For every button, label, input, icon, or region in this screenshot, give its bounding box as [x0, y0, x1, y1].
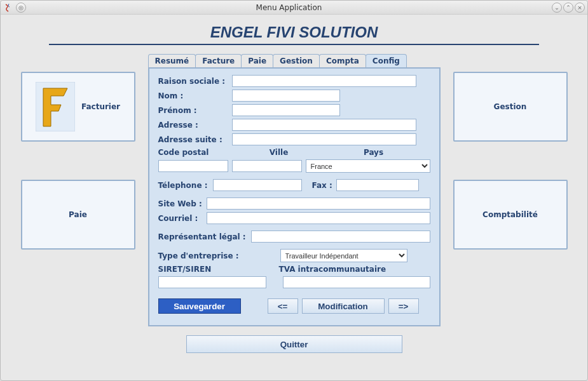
- representant-field[interactable]: [251, 231, 430, 243]
- adresse-label: Adresse :: [158, 121, 228, 130]
- quit-button[interactable]: Quitter: [186, 335, 402, 353]
- nom-field[interactable]: [232, 90, 340, 102]
- fax-label: Fax :: [312, 181, 332, 190]
- raison-sociale-field[interactable]: [232, 75, 416, 87]
- facturier-f-icon: [36, 82, 75, 131]
- adresse-field[interactable]: [232, 119, 416, 131]
- window-title: Menu Application: [26, 3, 552, 12]
- prenom-label: Prénom :: [158, 106, 228, 115]
- java-icon: [3, 3, 13, 13]
- nav-paie-label: Paie: [69, 210, 87, 219]
- adresse-suite-field[interactable]: [232, 133, 416, 145]
- nav-gestion-button[interactable]: Gestion: [453, 72, 568, 142]
- nav-comptabilite-label: Comptabilité: [482, 210, 538, 219]
- close-button[interactable]: ×: [575, 3, 585, 13]
- left-nav: Facturier Paie: [21, 72, 135, 250]
- ville-label: Ville: [241, 148, 317, 157]
- raison-sociale-label: Raison sociale :: [158, 77, 228, 86]
- content-area: ENGEL FIVI SOLUTION Facturier Paie: [1, 15, 587, 380]
- siteweb-label: Site Web :: [158, 199, 203, 208]
- footer-row: Quitter: [11, 335, 577, 353]
- maximize-button[interactable]: ⌃: [563, 3, 573, 13]
- code-postal-field[interactable]: [158, 160, 228, 172]
- next-button[interactable]: =>: [388, 298, 419, 314]
- nav-comptabilite-button[interactable]: Comptabilité: [453, 180, 568, 250]
- prenom-field[interactable]: [232, 104, 340, 116]
- prev-button[interactable]: <=: [268, 298, 298, 314]
- type-entreprise-label: Type d'entreprise :: [158, 251, 247, 260]
- tab-facture[interactable]: Facture: [195, 54, 242, 67]
- save-button[interactable]: Sauvegarder: [158, 298, 241, 314]
- config-panel: Raison sociale : Nom : Prénom : Adresse …: [148, 67, 441, 326]
- minimize-button[interactable]: ⌄: [552, 3, 562, 13]
- siret-field[interactable]: [158, 276, 266, 288]
- siret-label: SIRET/SIREN: [158, 265, 279, 274]
- courriel-field[interactable]: [207, 212, 430, 224]
- brand-title: ENGEL FIVI SOLUTION: [11, 23, 577, 41]
- tva-field[interactable]: [283, 276, 430, 288]
- titlebar: ◎ Menu Application ⌄ ⌃ ×: [1, 1, 587, 15]
- pays-label: Pays: [317, 148, 430, 157]
- code-postal-label: Code postal: [158, 148, 241, 157]
- main-row: Facturier Paie Resumé Facture Paie Gesti…: [11, 54, 577, 326]
- tab-paie[interactable]: Paie: [241, 54, 273, 67]
- nom-label: Nom :: [158, 91, 228, 100]
- tab-config[interactable]: Config: [366, 54, 407, 67]
- tab-compta[interactable]: Compta: [319, 54, 366, 67]
- app-window: ◎ Menu Application ⌄ ⌃ × ENGEL FIVI SOLU…: [0, 0, 588, 381]
- ville-field[interactable]: [232, 160, 302, 172]
- telephone-label: Télephone :: [158, 181, 209, 190]
- nav-facturier-button[interactable]: Facturier: [21, 72, 135, 142]
- tab-gestion[interactable]: Gestion: [273, 54, 320, 67]
- siteweb-field[interactable]: [207, 197, 430, 210]
- pays-select[interactable]: France: [306, 159, 430, 173]
- nav-gestion-label: Gestion: [494, 102, 527, 111]
- header-divider: [49, 44, 539, 45]
- window-menu-button[interactable]: ◎: [16, 3, 26, 13]
- tab-resume[interactable]: Resumé: [148, 54, 196, 67]
- tva-label: TVA intracommunautaire: [279, 265, 430, 274]
- telephone-field[interactable]: [213, 179, 302, 191]
- nav-facturier-label: Facturier: [81, 102, 120, 111]
- tab-bar: Resumé Facture Paie Gestion Compta Confi…: [148, 54, 441, 67]
- adresse-suite-label: Adresse suite :: [158, 135, 228, 144]
- modification-button[interactable]: Modification: [302, 298, 385, 314]
- nav-paie-button[interactable]: Paie: [21, 180, 135, 250]
- tab-container: Resumé Facture Paie Gestion Compta Confi…: [148, 54, 441, 326]
- fax-field[interactable]: [336, 179, 419, 191]
- type-entreprise-select[interactable]: Travailleur Indépendant: [280, 249, 407, 262]
- right-nav: Gestion Comptabilité: [453, 72, 568, 250]
- representant-label: Représentant légal :: [158, 232, 247, 241]
- courriel-label: Courriel :: [158, 214, 203, 223]
